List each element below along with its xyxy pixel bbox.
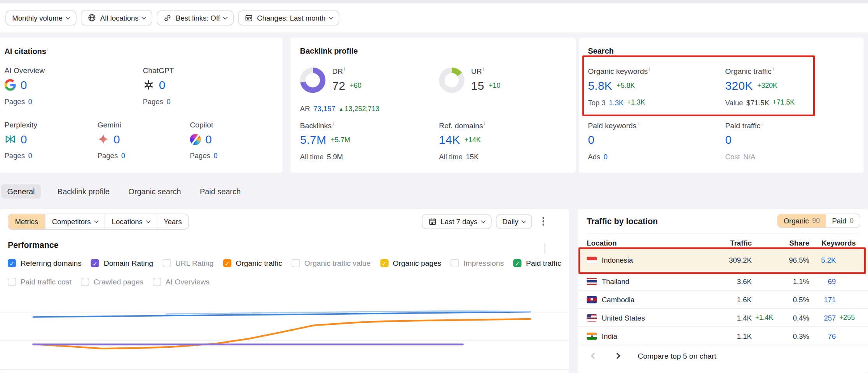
- checkbox-checked-icon: [8, 259, 16, 267]
- metric-checkbox-ai-overviews[interactable]: AI Overviews: [153, 278, 210, 286]
- chevron-right-icon: [614, 353, 620, 359]
- chevron-down-icon: [480, 218, 485, 223]
- tab-paid-search[interactable]: Paid search: [197, 184, 243, 199]
- organic-keywords-value-link[interactable]: 5.8K: [588, 79, 612, 92]
- calendar-icon: [428, 217, 437, 225]
- segment-locations[interactable]: Locations: [105, 214, 156, 229]
- toggle-organic[interactable]: Organic 90: [777, 214, 826, 227]
- table-row-cambodia[interactable]: Cambodia 1.6K 0.5% 171: [578, 291, 868, 309]
- metric-checkbox-url-rating[interactable]: URL Rating: [162, 259, 213, 267]
- globe-icon: [87, 13, 96, 22]
- next-page-button[interactable]: [611, 350, 623, 362]
- table-row-india[interactable]: India 1.1K 0.3% 76: [578, 327, 868, 345]
- dr-donut-chart: [300, 68, 326, 93]
- checkbox-checked-icon: [380, 259, 388, 267]
- info-icon[interactable]: [773, 66, 774, 72]
- checkbox-unchecked-icon: [451, 259, 459, 267]
- performance-chart[interactable]: [0, 299, 569, 373]
- backlinks-value-link[interactable]: 5.7M: [300, 133, 327, 146]
- chatgpt-stat: ChatGPT 0 Pages0: [143, 66, 278, 106]
- tab-general[interactable]: General: [1, 184, 41, 199]
- table-row-thailand[interactable]: Thailand 3.6K 1.1% 69: [578, 272, 868, 291]
- ads-value-link[interactable]: 0: [604, 152, 608, 160]
- segment-competitors[interactable]: Competitors: [45, 214, 105, 229]
- chevron-down-icon: [66, 14, 70, 19]
- filter-toolbar: Monthly volume All locations Best links:…: [0, 3, 868, 32]
- organic-traffic-value-link[interactable]: 320K: [725, 79, 753, 92]
- card-title: Search: [588, 47, 614, 56]
- table-row-united-states[interactable]: United States 1.4K +1.4K 0.4% 257 +255: [578, 309, 868, 327]
- keywords-link[interactable]: 171: [809, 295, 836, 303]
- metric-value[interactable]: 0: [205, 132, 212, 146]
- keywords-link[interactable]: 5.2K: [809, 256, 836, 264]
- collapse-section-button[interactable]: [545, 244, 545, 254]
- panel-title: Traffic by location: [587, 216, 658, 226]
- info-icon[interactable]: [344, 66, 345, 72]
- info-icon[interactable]: [649, 66, 650, 72]
- metric-checkbox-referring-domains[interactable]: Referring domains: [8, 259, 82, 267]
- table-header: Location Traffic Share Keywords: [578, 237, 868, 249]
- metric-value[interactable]: 0: [21, 78, 27, 92]
- performance-title: Performance: [8, 240, 59, 249]
- metric-checkbox-impressions[interactable]: Impressions: [451, 259, 504, 267]
- backlinks-stat: Backlinks 5.7M+5.7M All time5.9M: [300, 120, 436, 160]
- chevron-up-icon: [545, 244, 545, 254]
- chevron-down-icon: [146, 218, 150, 223]
- section-tabs: General Backlink profile Organic search …: [1, 183, 243, 200]
- toggle-paid[interactable]: Paid 0: [826, 214, 860, 227]
- chart-date-controls: Last 7 days Daily: [422, 214, 550, 229]
- changes-filter[interactable]: Changes: Last month: [238, 10, 339, 25]
- more-options-button[interactable]: [537, 214, 550, 229]
- keywords-link[interactable]: 69: [809, 277, 836, 285]
- metric-checkbox-crawled-pages[interactable]: Crawled pages: [81, 278, 143, 286]
- pages-link[interactable]: 0: [121, 152, 125, 160]
- info-icon[interactable]: [47, 47, 49, 52]
- table-row-indonesia[interactable]: Indonesia 309.2K 96.5% 5.2K: [578, 249, 868, 272]
- pages-link[interactable]: 0: [28, 98, 32, 106]
- pages-link[interactable]: 0: [28, 152, 32, 160]
- prev-page-button[interactable]: [588, 350, 600, 362]
- metric-checkbox-organic-traffic[interactable]: Organic traffic: [223, 259, 282, 267]
- metric-checkbox-organic-traffic-value[interactable]: Organic traffic value: [292, 259, 370, 267]
- keywords-link[interactable]: 76: [809, 332, 836, 340]
- segment-years[interactable]: Years: [156, 214, 188, 229]
- info-icon[interactable]: [483, 66, 484, 72]
- filter-label: All locations: [100, 14, 139, 22]
- metric-value[interactable]: 0: [159, 78, 166, 92]
- info-icon[interactable]: [637, 120, 639, 126]
- col-share: Share: [775, 239, 809, 247]
- paid-keywords-value-link[interactable]: 0: [588, 133, 594, 146]
- metric-toggles-row-2: Paid traffic cost Crawled pages AI Overv…: [8, 278, 210, 286]
- pages-link[interactable]: 0: [166, 98, 170, 106]
- tab-backlink-profile[interactable]: Backlink profile: [55, 184, 112, 199]
- metric-checkbox-paid-traffic-cost[interactable]: Paid traffic cost: [8, 278, 72, 286]
- metric-value[interactable]: 0: [21, 132, 27, 146]
- metric-checkbox-domain-rating[interactable]: Domain Rating: [91, 259, 153, 267]
- date-range-button[interactable]: Last 7 days: [422, 214, 491, 228]
- analytics-dashboard: Monthly volume All locations Best links:…: [0, 0, 868, 373]
- col-keywords: Keywords: [809, 239, 856, 247]
- perplexity-icon: [4, 133, 16, 145]
- info-icon[interactable]: [761, 120, 763, 126]
- paid-traffic-value-link[interactable]: 0: [725, 133, 732, 146]
- tab-organic-search[interactable]: Organic search: [126, 184, 183, 199]
- granularity-button[interactable]: Daily: [496, 214, 532, 228]
- metric-value[interactable]: 0: [114, 132, 120, 146]
- info-icon[interactable]: [333, 120, 334, 126]
- keywords-link[interactable]: 257: [809, 314, 836, 322]
- ar-value-link[interactable]: 73,157: [313, 105, 335, 113]
- locations-filter[interactable]: All locations: [81, 10, 152, 26]
- top3-value-link[interactable]: 1.3K: [609, 98, 623, 106]
- metric-checkbox-paid-traffic[interactable]: Paid traffic: [513, 259, 561, 267]
- pages-link[interactable]: 0: [214, 152, 218, 160]
- metric-checkbox-organic-pages[interactable]: Organic pages: [380, 259, 442, 267]
- ref-domains-value-link[interactable]: 14K: [439, 133, 460, 146]
- metric-toggles-row-1: Referring domains Domain Rating URL Rati…: [8, 259, 561, 267]
- location-table-body: Indonesia 309.2K 96.5% 5.2K Thailand 3.6…: [578, 249, 868, 345]
- card-title: Backlink profile: [300, 47, 358, 56]
- gemini-icon: [98, 133, 109, 145]
- segment-metrics[interactable]: Metrics: [8, 214, 45, 229]
- monthly-volume-filter[interactable]: Monthly volume: [5, 10, 76, 25]
- info-icon[interactable]: [484, 120, 485, 126]
- best-links-filter[interactable]: Best links: Off: [157, 10, 234, 25]
